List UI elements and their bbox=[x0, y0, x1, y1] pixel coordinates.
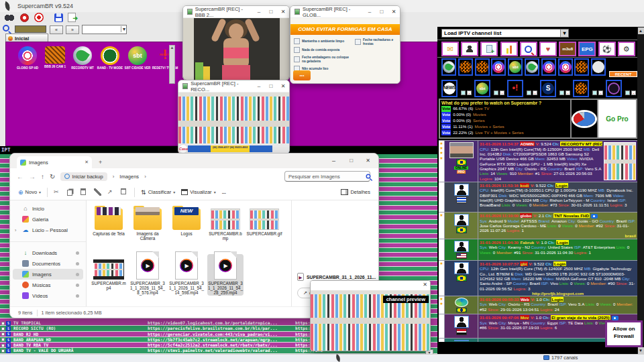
sidebar-item-documentos[interactable]: Documentos bbox=[13, 258, 83, 269]
go-pro-button[interactable]: Go Pro bbox=[598, 100, 636, 137]
row-checkbox[interactable] bbox=[1, 333, 5, 336]
explorer-tab-imagens[interactable]: Imagens✕ bbox=[17, 156, 92, 168]
file-capturas-de-tela[interactable]: Capturas de Tela bbox=[91, 204, 127, 236]
file-supercambr-31-1-2026-11-54-14-598-mp4[interactable]: SUPERCAMBR_31_1_2026_11_54_14_598.mp4 bbox=[168, 254, 205, 296]
recent-channel-record[interactable] bbox=[441, 58, 456, 76]
minimize-icon[interactable]: – bbox=[253, 83, 265, 89]
channel-shortcut-pixel[interactable] bbox=[573, 80, 589, 97]
recent-channel-sbt[interactable]: sbt bbox=[508, 58, 523, 76]
scroll-up-icon[interactable]: ▲ bbox=[638, 27, 644, 34]
channel-shortcut-bbb[interactable]: BBB 26 CAM 1 bbox=[42, 46, 68, 69]
bbb-video-frame[interactable] bbox=[183, 18, 289, 80]
channel-shortcut-sbt[interactable]: sbt bbox=[474, 80, 490, 97]
row-checkbox[interactable] bbox=[1, 344, 5, 347]
iptv-search-icon[interactable] bbox=[520, 42, 537, 56]
view-button[interactable]: Visualizar▾ bbox=[181, 189, 215, 195]
back-icon[interactable]: ← bbox=[17, 173, 23, 180]
file-supercambr-bmp[interactable]: SUPERCAMBR.bmp bbox=[207, 204, 244, 241]
search-input[interactable]: Pesquisar em Imagens bbox=[284, 171, 370, 182]
file-supercambr-mp4[interactable]: SUPERCAMBR.mp4 bbox=[91, 254, 127, 290]
recent-channel-globo[interactable] bbox=[541, 58, 556, 76]
save-icon[interactable] bbox=[52, 11, 64, 23]
channel-shortcut-sblue[interactable]: S bbox=[540, 80, 556, 97]
alarm-icon[interactable] bbox=[18, 11, 30, 23]
user-log-entry[interactable]: 31-01-2026 11:04:30 Fabruk V: 1.0 Ch: Lo… bbox=[439, 239, 637, 260]
user-log-entry[interactable]: ★31-01-2026 10:07:57 gbt V: 9.522 Ch: Lo… bbox=[439, 260, 637, 296]
maximize-icon[interactable]: □ bbox=[376, 9, 388, 15]
minimize-icon[interactable]: – bbox=[332, 158, 335, 164]
channel-shortcut-news[interactable]: NEWS bbox=[441, 80, 458, 97]
panel-scrollbar[interactable]: ▲ bbox=[169, 45, 175, 84]
iptv-soccer-icon[interactable]: ⚽ bbox=[598, 42, 616, 56]
close-icon[interactable]: ✕ bbox=[277, 83, 289, 89]
copy-icon[interactable] bbox=[67, 190, 72, 196]
row-checkbox[interactable] bbox=[1, 349, 5, 353]
maximize-icon[interactable]: □ bbox=[350, 158, 353, 164]
recent-button[interactable]: RECENT bbox=[609, 71, 637, 77]
iptv-heart-icon[interactable]: ♥ bbox=[539, 42, 557, 56]
share-icon[interactable] bbox=[107, 188, 115, 196]
delete-icon[interactable] bbox=[121, 188, 126, 194]
breadcrumb-backup[interactable]: Iniciar backup bbox=[60, 172, 107, 181]
cut-icon[interactable] bbox=[54, 188, 61, 196]
channel-checkbox[interactable] bbox=[527, 90, 531, 95]
sort-button[interactable]: Classificar▾ bbox=[141, 189, 175, 196]
vote-button[interactable]: Vote bbox=[441, 112, 451, 117]
maximize-icon[interactable]: □ bbox=[265, 9, 277, 15]
channel-combobox[interactable] bbox=[82, 25, 127, 34]
up-icon[interactable]: ↑ bbox=[41, 173, 44, 180]
channel-checkbox[interactable]: - bbox=[533, 90, 537, 95]
file-supercambr-31-1-2026-11-54-8-576-mp4[interactable]: SUPERCAMBR_31_1_2026_11_54_8_576.mp4 bbox=[129, 254, 166, 296]
details-button[interactable]: Detalhes bbox=[341, 189, 370, 195]
iptv-gear-icon[interactable]: ⚙ bbox=[618, 42, 635, 56]
maximize-icon[interactable]: □ bbox=[265, 83, 277, 89]
channel-shortcut-globo[interactable]: GLOBO SP HD bbox=[14, 46, 41, 70]
minimize-icon[interactable]: – bbox=[253, 9, 265, 15]
vote-button[interactable]: Vote bbox=[441, 106, 451, 111]
iptv-stats-icon[interactable] bbox=[500, 42, 518, 56]
recent-channel-pixel[interactable] bbox=[574, 58, 589, 76]
close-icon[interactable]: ✕ bbox=[277, 9, 289, 15]
vote-button[interactable]: Vote bbox=[441, 124, 451, 129]
channel-checkbox[interactable]: - bbox=[631, 90, 636, 95]
channel-checkbox[interactable]: - bbox=[467, 90, 472, 95]
record-icon[interactable] bbox=[33, 11, 45, 23]
file-logos[interactable]: NEWLogos bbox=[168, 204, 205, 236]
channel-checkbox[interactable] bbox=[592, 90, 597, 95]
color-swatch[interactable] bbox=[15, 25, 46, 33]
allow-firewall-button[interactable]: Allow onFirewall bbox=[605, 320, 643, 347]
next-button[interactable]: » bbox=[66, 25, 79, 34]
sidebar-item-downloads[interactable]: Downloads bbox=[13, 247, 83, 258]
channel-shortcut-sbt[interactable]: sbtSBT CIDADE VER bbox=[124, 46, 151, 70]
file-imagens-da-c-mera[interactable]: Imagens da Câmera bbox=[129, 204, 166, 241]
forward-icon[interactable]: → bbox=[29, 173, 36, 180]
channel-shortcut-redetv[interactable]: •! bbox=[507, 80, 523, 97]
iptv-scrollbar[interactable]: ▲ ▼ bbox=[637, 27, 644, 355]
export-icon[interactable] bbox=[66, 11, 78, 23]
row-checkbox[interactable] bbox=[1, 338, 5, 341]
window-reco-titlebar[interactable]: SupercamBR [REC] - RECO... –□✕ bbox=[178, 80, 289, 93]
row-checkbox[interactable] bbox=[1, 322, 5, 325]
vote-button[interactable]: Vote bbox=[441, 118, 451, 123]
window-bbb-titlebar[interactable]: SupercamBR [REC] - BBB 2... –□✕ bbox=[183, 6, 289, 18]
paste-icon[interactable] bbox=[80, 188, 86, 195]
iptv-epg-icon[interactable]: EPG bbox=[578, 42, 596, 56]
channel-checkbox[interactable] bbox=[559, 90, 564, 95]
scroll-down-icon[interactable]: ▼ bbox=[638, 347, 644, 354]
recent-channel-globo[interactable] bbox=[491, 58, 506, 76]
channel-checkbox[interactable] bbox=[494, 90, 498, 95]
iptv-list-dropdown[interactable]: Load IPTV channel list bbox=[441, 29, 569, 38]
sidebar-item-galeria[interactable]: Galeria bbox=[13, 214, 83, 225]
close-icon[interactable]: ✕ bbox=[423, 282, 427, 288]
close-icon[interactable]: ✕ bbox=[366, 158, 370, 164]
user-log-entry[interactable]: ★31-01-2026 11:10:00 globo V: 2.1 Ch: TN… bbox=[439, 212, 637, 239]
file-supercambr-31-1-2026-11-54-28-259-mp4[interactable]: SUPERCAMBR_31_1_2026_11_54_28_259.mp4 bbox=[207, 254, 244, 296]
row-checkbox[interactable] bbox=[1, 327, 5, 330]
breadcrumb-imagens[interactable]: Imagens bbox=[119, 174, 139, 180]
sidebar-item-m-sicas[interactable]: Músicas bbox=[13, 280, 83, 290]
user-log-entry[interactable]: ★★31-01-2026 09:55:33 Web V: 1.0 Ch: Log… bbox=[439, 296, 637, 314]
recent-channel-record[interactable] bbox=[525, 58, 539, 76]
sidebar-item-v-deos[interactable]: Vídeos bbox=[13, 290, 83, 301]
rename-icon[interactable] bbox=[94, 188, 101, 196]
more-button[interactable]: ... bbox=[222, 189, 226, 195]
